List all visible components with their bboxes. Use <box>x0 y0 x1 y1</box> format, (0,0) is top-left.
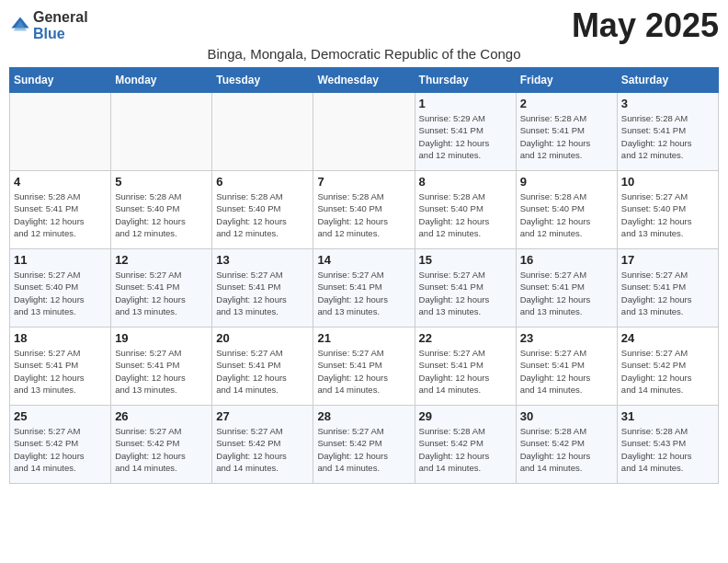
day-info: Sunrise: 5:28 AM Sunset: 5:40 PM Dayligh… <box>317 190 410 239</box>
calendar-cell: 6Sunrise: 5:28 AM Sunset: 5:40 PM Daylig… <box>212 171 313 249</box>
day-info: Sunrise: 5:27 AM Sunset: 5:42 PM Dayligh… <box>621 347 714 396</box>
calendar-cell: 29Sunrise: 5:28 AM Sunset: 5:42 PM Dayli… <box>415 406 516 484</box>
day-info: Sunrise: 5:28 AM Sunset: 5:40 PM Dayligh… <box>419 190 512 239</box>
month-title: May 2025 <box>572 9 719 42</box>
day-info: Sunrise: 5:27 AM Sunset: 5:41 PM Dayligh… <box>317 269 410 317</box>
calendar-cell: 26Sunrise: 5:27 AM Sunset: 5:42 PM Dayli… <box>111 406 212 484</box>
day-number: 11 <box>14 253 107 267</box>
calendar-cell: 15Sunrise: 5:27 AM Sunset: 5:41 PM Dayli… <box>415 249 516 327</box>
day-info: Sunrise: 5:28 AM Sunset: 5:42 PM Dayligh… <box>520 425 613 474</box>
calendar-cell: 9Sunrise: 5:28 AM Sunset: 5:40 PM Daylig… <box>516 171 617 249</box>
day-number: 16 <box>520 253 613 267</box>
day-number: 2 <box>520 97 613 110</box>
calendar-cell: 20Sunrise: 5:27 AM Sunset: 5:41 PM Dayli… <box>212 327 313 406</box>
day-number: 21 <box>317 331 410 345</box>
subtitle: Binga, Mongala, Democratic Republic of t… <box>9 46 719 62</box>
calendar-cell: 30Sunrise: 5:28 AM Sunset: 5:42 PM Dayli… <box>516 406 617 484</box>
calendar-week-5: 25Sunrise: 5:27 AM Sunset: 5:42 PM Dayli… <box>10 406 719 484</box>
day-number: 22 <box>419 331 512 345</box>
day-info: Sunrise: 5:28 AM Sunset: 5:40 PM Dayligh… <box>216 190 309 239</box>
day-number: 18 <box>14 331 107 345</box>
day-number: 13 <box>216 253 309 267</box>
day-number: 28 <box>317 409 410 423</box>
day-info: Sunrise: 5:28 AM Sunset: 5:41 PM Dayligh… <box>621 112 714 161</box>
calendar-week-2: 4Sunrise: 5:28 AM Sunset: 5:41 PM Daylig… <box>10 171 719 249</box>
day-info: Sunrise: 5:27 AM Sunset: 5:41 PM Dayligh… <box>216 269 309 317</box>
calendar-cell: 24Sunrise: 5:27 AM Sunset: 5:42 PM Dayli… <box>617 327 718 406</box>
day-number: 30 <box>520 409 613 423</box>
day-info: Sunrise: 5:28 AM Sunset: 5:43 PM Dayligh… <box>621 425 714 474</box>
day-number: 17 <box>621 253 714 267</box>
day-number: 31 <box>621 409 714 423</box>
day-info: Sunrise: 5:28 AM Sunset: 5:41 PM Dayligh… <box>520 112 613 161</box>
calendar-cell: 22Sunrise: 5:27 AM Sunset: 5:41 PM Dayli… <box>415 327 516 406</box>
logo: General Blue <box>9 9 88 42</box>
day-info: Sunrise: 5:27 AM Sunset: 5:41 PM Dayligh… <box>520 347 613 396</box>
day-number: 19 <box>115 331 208 345</box>
calendar-cell: 18Sunrise: 5:27 AM Sunset: 5:41 PM Dayli… <box>10 327 111 406</box>
day-info: Sunrise: 5:27 AM Sunset: 5:41 PM Dayligh… <box>115 269 208 317</box>
day-number: 10 <box>621 175 714 189</box>
weekday-header-friday: Friday <box>516 68 617 93</box>
day-number: 5 <box>115 175 208 189</box>
calendar-cell <box>111 93 212 171</box>
calendar-cell: 21Sunrise: 5:27 AM Sunset: 5:41 PM Dayli… <box>313 327 415 406</box>
day-number: 7 <box>317 175 410 189</box>
calendar-cell: 17Sunrise: 5:27 AM Sunset: 5:41 PM Dayli… <box>617 249 718 327</box>
calendar-cell: 7Sunrise: 5:28 AM Sunset: 5:40 PM Daylig… <box>313 171 415 249</box>
day-info: Sunrise: 5:27 AM Sunset: 5:41 PM Dayligh… <box>621 269 714 317</box>
calendar-cell: 28Sunrise: 5:27 AM Sunset: 5:42 PM Dayli… <box>313 406 415 484</box>
weekday-header-monday: Monday <box>111 68 212 93</box>
calendar-cell: 16Sunrise: 5:27 AM Sunset: 5:41 PM Dayli… <box>516 249 617 327</box>
day-info: Sunrise: 5:27 AM Sunset: 5:42 PM Dayligh… <box>317 425 410 474</box>
day-info: Sunrise: 5:27 AM Sunset: 5:41 PM Dayligh… <box>216 347 309 396</box>
calendar-cell: 19Sunrise: 5:27 AM Sunset: 5:41 PM Dayli… <box>111 327 212 406</box>
day-info: Sunrise: 5:27 AM Sunset: 5:41 PM Dayligh… <box>317 347 410 396</box>
day-number: 23 <box>520 331 613 345</box>
weekday-header-thursday: Thursday <box>415 68 516 93</box>
day-number: 24 <box>621 331 714 345</box>
calendar-week-1: 1Sunrise: 5:29 AM Sunset: 5:41 PM Daylig… <box>10 93 719 171</box>
calendar-cell <box>313 93 415 171</box>
calendar-cell: 5Sunrise: 5:28 AM Sunset: 5:40 PM Daylig… <box>111 171 212 249</box>
day-number: 1 <box>419 97 512 110</box>
calendar-cell: 8Sunrise: 5:28 AM Sunset: 5:40 PM Daylig… <box>415 171 516 249</box>
calendar-cell: 11Sunrise: 5:27 AM Sunset: 5:40 PM Dayli… <box>10 249 111 327</box>
calendar-cell: 3Sunrise: 5:28 AM Sunset: 5:41 PM Daylig… <box>617 93 718 171</box>
calendar-cell: 12Sunrise: 5:27 AM Sunset: 5:41 PM Dayli… <box>111 249 212 327</box>
calendar-cell: 27Sunrise: 5:27 AM Sunset: 5:42 PM Dayli… <box>212 406 313 484</box>
calendar-cell: 2Sunrise: 5:28 AM Sunset: 5:41 PM Daylig… <box>516 93 617 171</box>
day-info: Sunrise: 5:27 AM Sunset: 5:41 PM Dayligh… <box>419 347 512 396</box>
calendar-table: SundayMondayTuesdayWednesdayThursdayFrid… <box>9 67 719 484</box>
day-info: Sunrise: 5:28 AM Sunset: 5:42 PM Dayligh… <box>419 425 512 474</box>
day-number: 4 <box>14 175 107 189</box>
day-info: Sunrise: 5:28 AM Sunset: 5:40 PM Dayligh… <box>115 190 208 239</box>
day-info: Sunrise: 5:27 AM Sunset: 5:42 PM Dayligh… <box>115 425 208 474</box>
day-info: Sunrise: 5:27 AM Sunset: 5:42 PM Dayligh… <box>14 425 107 474</box>
calendar-cell <box>10 93 111 171</box>
day-number: 12 <box>115 253 208 267</box>
day-number: 25 <box>14 409 107 423</box>
logo-icon <box>9 15 31 37</box>
day-number: 14 <box>317 253 410 267</box>
day-info: Sunrise: 5:27 AM Sunset: 5:41 PM Dayligh… <box>419 269 512 317</box>
day-number: 27 <box>216 409 309 423</box>
calendar-cell <box>212 93 313 171</box>
day-info: Sunrise: 5:27 AM Sunset: 5:40 PM Dayligh… <box>14 269 107 317</box>
day-number: 9 <box>520 175 613 189</box>
calendar-body: 1Sunrise: 5:29 AM Sunset: 5:41 PM Daylig… <box>10 93 719 484</box>
calendar-week-3: 11Sunrise: 5:27 AM Sunset: 5:40 PM Dayli… <box>10 249 719 327</box>
calendar-cell: 13Sunrise: 5:27 AM Sunset: 5:41 PM Dayli… <box>212 249 313 327</box>
day-info: Sunrise: 5:28 AM Sunset: 5:40 PM Dayligh… <box>520 190 613 239</box>
day-number: 6 <box>216 175 309 189</box>
header: General Blue May 2025 <box>9 9 719 42</box>
calendar-cell: 25Sunrise: 5:27 AM Sunset: 5:42 PM Dayli… <box>10 406 111 484</box>
weekday-header-tuesday: Tuesday <box>212 68 313 93</box>
day-number: 3 <box>621 97 714 110</box>
weekday-header-sunday: Sunday <box>10 68 111 93</box>
weekday-header-saturday: Saturday <box>617 68 718 93</box>
day-info: Sunrise: 5:27 AM Sunset: 5:41 PM Dayligh… <box>520 269 613 317</box>
day-number: 8 <box>419 175 512 189</box>
calendar-week-4: 18Sunrise: 5:27 AM Sunset: 5:41 PM Dayli… <box>10 327 719 406</box>
calendar-cell: 4Sunrise: 5:28 AM Sunset: 5:41 PM Daylig… <box>10 171 111 249</box>
